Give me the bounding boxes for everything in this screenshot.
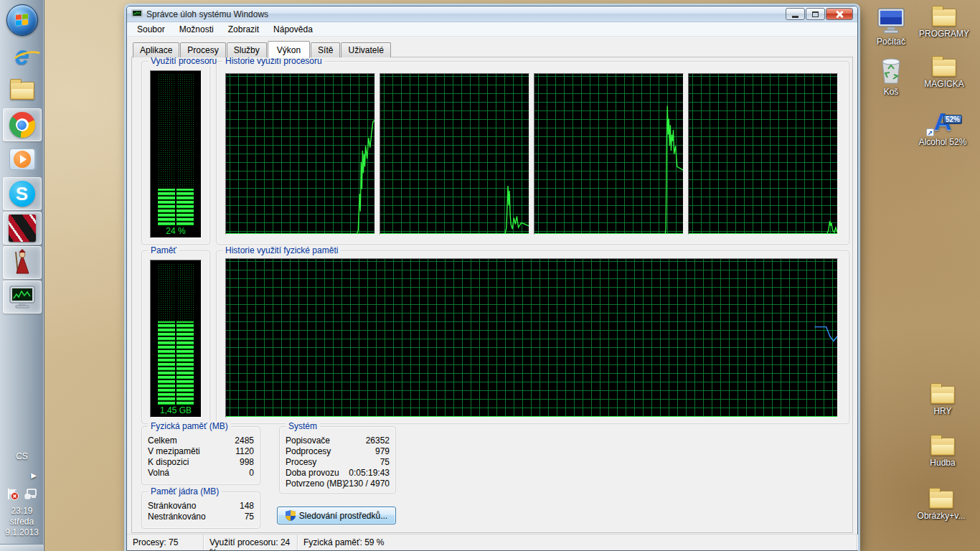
system-tray: CS ▶ 23:19 středa 9.1.2013	[0, 451, 44, 551]
window-title: Správce úloh systému Windows	[146, 9, 782, 19]
cpu-core-1-graph	[225, 73, 375, 235]
skype-icon: S	[9, 181, 35, 207]
desktop-icon-magicka[interactable]: MAGICKA	[918, 59, 970, 89]
stat-row: Doba provozu0:05:19:43	[286, 468, 390, 479]
stat-row: Podprocesy979	[286, 446, 390, 457]
cpu-core-3-graph	[534, 73, 684, 235]
computer-icon	[875, 7, 907, 34]
memory-history-group: Historie využití fyzické paměti	[216, 250, 849, 424]
task-manager-window: Správce úloh systému Windows Soubor Možn…	[126, 6, 858, 551]
folder-icon	[932, 9, 956, 27]
desktop-icon-label: Hudba	[930, 458, 955, 468]
cpu-usage-fill	[158, 189, 194, 225]
stat-row: V mezipaměti1120	[148, 446, 254, 457]
taskbar-item-skype[interactable]: S	[3, 177, 42, 210]
tab-applications[interactable]: Aplikace	[133, 42, 179, 57]
desktop-icon-hry[interactable]: HRY	[917, 386, 969, 416]
clock-time: 23:19	[5, 506, 39, 517]
cpu-usage-value: 24 %	[151, 225, 201, 237]
status-bar: Procesy: 75 Využití procesoru: 24 % Fyzi…	[127, 534, 857, 550]
folder-icon	[930, 438, 955, 456]
network-icon[interactable]	[24, 488, 37, 500]
memory-history-graph	[225, 258, 838, 418]
show-hidden-icons-chevron[interactable]: ▶	[31, 471, 37, 479]
stat-row: Procesy75	[286, 457, 390, 468]
stat-row: K dispozici998	[148, 457, 254, 468]
taskbar-item-chrome[interactable]	[3, 108, 42, 141]
kernel-memory-group-title: Paměť jádra (MB)	[148, 486, 222, 496]
desktop-icon-pocitac[interactable]: Počítač	[865, 7, 917, 47]
desktop-icon-kos[interactable]: Koš	[865, 56, 917, 97]
folder-icon	[932, 59, 956, 77]
close-icon	[836, 11, 843, 18]
maximize-icon	[812, 11, 819, 17]
menu-file[interactable]: Soubor	[130, 23, 172, 36]
menu-bar: Soubor Možnosti Zobrazit Nápověda	[127, 22, 857, 37]
taskbar-clock[interactable]: 23:19 středa 9.1.2013	[5, 506, 39, 538]
memory-fill	[158, 321, 194, 405]
cpu-usage-group: Využití procesoru 24 %	[141, 61, 210, 245]
start-button[interactable]	[6, 4, 38, 36]
cpu-core-2-graph	[380, 73, 529, 235]
action-center-flag-icon[interactable]	[6, 488, 19, 500]
taskbar-item-internet-explorer[interactable]: e	[3, 39, 42, 72]
recycle-bin-icon	[879, 56, 903, 85]
physical-memory-group-title: Fyzická paměť (MB)	[148, 421, 231, 431]
desktop-icon-programy[interactable]: PROGRAMY	[918, 9, 970, 39]
desktop-icon-hudba[interactable]: Hudba	[917, 438, 969, 468]
language-indicator[interactable]: CS	[16, 451, 28, 461]
memory-group-title: Paměť	[148, 245, 179, 255]
cpu-usage-meter: 24 %	[150, 70, 202, 238]
memory-history-group-title: Historie využití fyzické paměti	[222, 245, 341, 255]
menu-help[interactable]: Nápověda	[266, 23, 320, 36]
tab-services[interactable]: Služby	[227, 42, 267, 57]
show-desktop-button[interactable]	[0, 544, 44, 551]
taskbar-item-task-manager[interactable]	[3, 281, 42, 314]
minimize-button[interactable]	[786, 8, 805, 20]
desktop-icon-alcohol[interactable]: A 52% ➚ Alcohol 52%	[917, 108, 969, 147]
memory-group: Paměť 1,45 GB	[141, 250, 210, 424]
menu-options[interactable]: Možnosti	[172, 23, 221, 36]
title-bar[interactable]: Správce úloh systému Windows	[127, 6, 857, 22]
resource-monitor-button[interactable]: Sledování prostředků...	[277, 507, 396, 524]
menu-view[interactable]: Zobrazit	[221, 23, 266, 36]
cpu-core-4-graph	[688, 73, 838, 235]
taskbar: e S CS ▶	[0, 0, 44, 551]
resource-monitor-label: Sledování prostředků...	[299, 511, 387, 521]
windows-logo-icon	[16, 14, 29, 27]
status-physical-memory: Fyzická paměť: 59 %	[298, 534, 857, 550]
system-group-title: Systém	[286, 421, 320, 431]
minimize-icon	[792, 16, 798, 18]
media-player-icon	[9, 149, 35, 170]
status-processes: Procesy: 75	[127, 534, 204, 550]
tab-performance[interactable]: Výkon	[268, 41, 310, 58]
stat-row: Stránkováno148	[148, 501, 254, 512]
desktop-icon-label: HRY	[933, 406, 951, 416]
desktop-icon-label: Alcohol 52%	[919, 137, 967, 147]
alcohol-52-icon: A 52% ➚	[929, 108, 956, 135]
tab-processes[interactable]: Procesy	[180, 42, 225, 57]
taskbar-item-wizard-game[interactable]	[3, 246, 42, 279]
desktop-icon-label: Počítač	[877, 37, 905, 47]
chrome-icon	[9, 112, 35, 138]
tab-networking[interactable]: Sítě	[311, 42, 340, 57]
desktop-icon-obrazky[interactable]: Obrázky+v...	[915, 491, 967, 521]
clock-weekday: středa	[5, 517, 39, 527]
folder-icon	[930, 386, 955, 404]
taskbar-item-magicka[interactable]	[3, 212, 42, 245]
stat-row: Potvrzeno (MB)2130 / 4970	[286, 479, 390, 489]
tab-users[interactable]: Uživatelé	[341, 42, 390, 57]
wizard-icon	[11, 249, 33, 276]
folder-icon	[929, 491, 953, 509]
kernel-memory-group: Paměť jádra (MB) Stránkováno148 Nestránk…	[141, 491, 260, 529]
window-icon	[131, 9, 143, 19]
clock-date: 9.1.2013	[5, 527, 39, 538]
close-button[interactable]	[826, 8, 853, 20]
maximize-button[interactable]	[806, 8, 825, 20]
taskbar-item-windows-explorer[interactable]	[3, 74, 42, 107]
cpu-usage-group-title: Využití procesoru	[148, 56, 220, 66]
physical-memory-group: Fyzická paměť (MB) Celkem2485 V mezipamě…	[141, 426, 260, 485]
stat-row: Popisovače26352	[286, 435, 390, 446]
taskbar-item-media-player[interactable]	[3, 143, 42, 176]
cpu-history-group: Historie využití procesoru	[216, 61, 849, 245]
